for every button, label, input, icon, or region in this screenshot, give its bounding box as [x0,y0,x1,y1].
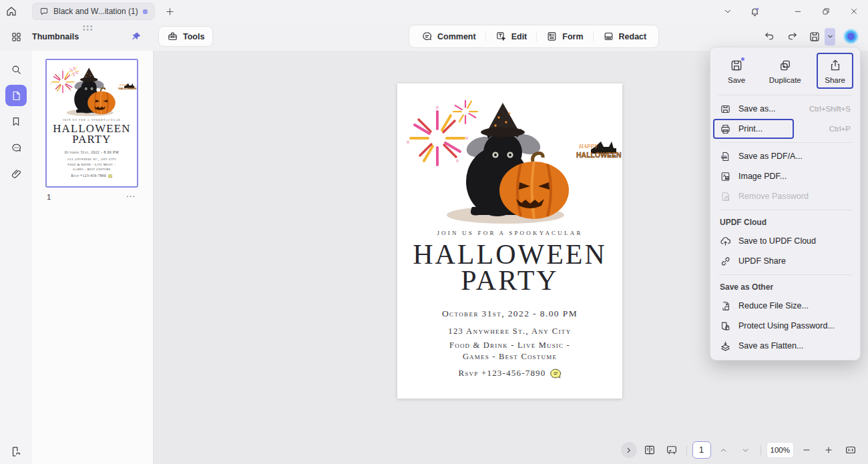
home-button[interactable] [0,0,23,23]
toolbar-actions [759,25,859,48]
edit-mode-button[interactable]: Edit [486,27,537,45]
save-button[interactable] [805,27,825,47]
sidebar-item-attachments[interactable] [5,163,27,184]
page-layout-button[interactable] [640,441,659,459]
restore-button[interactable] [812,0,840,23]
thumbnails-panel: HAPPY HALLOWEEN JOIN US FOR A SPOOKYACUL… [32,51,154,464]
minimize-button[interactable] [784,0,812,23]
reading-mode-button[interactable] [9,445,22,458]
panel-title: Thumbnails [32,32,79,41]
sidebar-item-bookmarks[interactable] [5,111,27,132]
zoom-out-button[interactable] [797,441,816,459]
close-button[interactable] [840,0,868,23]
menu-item-reduce-file-size[interactable]: Reduce File Size... [710,296,860,316]
sidebar-item-thumbnails[interactable] [5,85,27,106]
pdfa-icon: PDFA [720,151,731,162]
undo-icon [764,31,775,42]
updf-app-window: Black and W...itation (1) [0,0,868,464]
comment-icon [421,31,433,42]
menu-duplicate-button[interactable]: Duplicate [761,53,809,89]
sidebar-item-comments[interactable] [5,137,27,158]
menu-divider [718,95,852,95]
menu-item-save-as-pdfa[interactable]: PDFA Save as PDF/A... [710,146,860,166]
page-thumbnail-1[interactable]: HAPPY HALLOWEEN JOIN US FOR A SPOOKYACUL… [45,59,138,188]
menu-item-protect-using-password[interactable]: Protect Using Password... [710,316,860,336]
menu-item-print[interactable]: Print... Ctrl+P [710,119,860,139]
invite-address: 123 Anywhere St., Any City [397,326,622,336]
menu-section-updf-cloud: UPDF Cloud [710,214,860,231]
plus-icon [824,445,833,455]
panel-drag-handle[interactable]: •••••• [83,25,94,31]
menu-item-save-as-flatten[interactable]: Save as Flatten... [710,336,860,356]
invite-tagline: JOIN US FOR A SPOOKYACULAR [47,119,137,122]
page-icon [11,90,22,101]
comment-annotation-icon[interactable] [107,174,112,178]
invite-activities-1: Food & Drink - Live Music - [47,163,137,167]
menu-save-button[interactable]: Save [720,53,753,89]
presentation-mode-button[interactable] [662,441,681,459]
chat-bubble-icon [11,142,22,154]
panel-switcher-button[interactable] [0,31,32,43]
notifications-button[interactable] [741,0,768,23]
document-page[interactable]: HAPPY HALLOWEEN JOIN US FOR A SPOOKYACUL… [397,83,622,399]
new-tab-button[interactable] [160,1,180,21]
pin-panel-button[interactable] [131,31,142,42]
thumbnail-page-preview: HAPPY HALLOWEEN JOIN US FOR A SPOOKYACUL… [47,60,137,186]
mode-toolbar: Comment Edit Form Redact [409,25,659,48]
statusbar-separator [761,445,761,455]
zoom-level-display[interactable]: 100% [767,442,794,458]
redact-icon [603,31,614,42]
edit-icon [495,31,507,42]
image-pdf-icon: A [720,171,731,182]
document-tab[interactable]: Black and W...itation (1) [32,3,155,20]
page-number-input[interactable]: 1 [692,441,711,459]
form-mode-button[interactable]: Form [537,27,592,45]
comment-annotation-icon[interactable] [550,369,562,379]
previous-page-button[interactable] [714,441,733,459]
save-menu-dropdown-button[interactable] [825,28,835,45]
collapse-statusbar-button[interactable] [621,442,637,458]
menu-item-save-to-updf-cloud[interactable]: Save to UPDF Cloud [710,231,860,251]
happy-halloween-sticker: HAPPY HALLOWEEN [118,83,136,91]
zoom-in-button[interactable] [819,441,838,459]
chevron-down-icon [827,33,834,40]
chevron-down-icon [723,7,732,16]
undo-button[interactable] [759,27,779,47]
thumbnails-panel-header: Thumbnails •••••• [0,23,154,51]
fit-width-button[interactable] [841,441,860,459]
chevron-up-icon [719,446,728,455]
redo-button[interactable] [782,27,802,47]
thumbnail-page-number: 1 [47,193,51,201]
grid-icon [11,31,22,43]
sidebar-item-search[interactable] [5,59,27,80]
protect-password-icon [720,320,731,332]
happy-halloween-sticker: HAPPY HALLOWEEN [576,142,622,159]
titlebar-dropdown-button[interactable] [714,0,741,23]
menu-item-updf-share[interactable]: UPDF Share [710,251,860,271]
pin-icon [131,31,142,42]
tools-button[interactable]: Tools [158,26,213,47]
cloud-upload-icon [720,236,731,247]
comment-mode-button[interactable]: Comment [412,27,485,45]
redact-mode-button[interactable]: Redact [594,27,656,45]
remove-password-icon [720,191,731,202]
titlebar: Black and W...itation (1) [0,0,868,23]
invite-activities-1: Food & Drink - Live Music - [397,340,622,351]
close-icon [849,7,859,16]
thumbnail-more-button[interactable]: ... [126,189,136,199]
menu-divider [718,274,852,275]
user-avatar[interactable] [843,29,859,44]
comment-label: Comment [437,32,476,41]
form-icon [546,31,558,42]
plus-icon [165,7,175,17]
presentation-icon [666,444,678,456]
menu-item-save-as[interactable]: Save as... Ctrl+Shift+S [710,99,860,119]
menu-item-image-pdf[interactable]: A Image PDF... [710,166,860,186]
menu-share-button[interactable]: Share [817,53,853,89]
redact-label: Redact [619,32,647,41]
menu-divider [718,210,852,210]
invite-date: October 31st, 2022 - 8.00 PM [47,150,137,154]
menu-item-remove-password: Remove Password [710,186,860,206]
next-page-button[interactable] [736,441,755,459]
invite-title: HALLOWEENPARTY [47,124,137,144]
